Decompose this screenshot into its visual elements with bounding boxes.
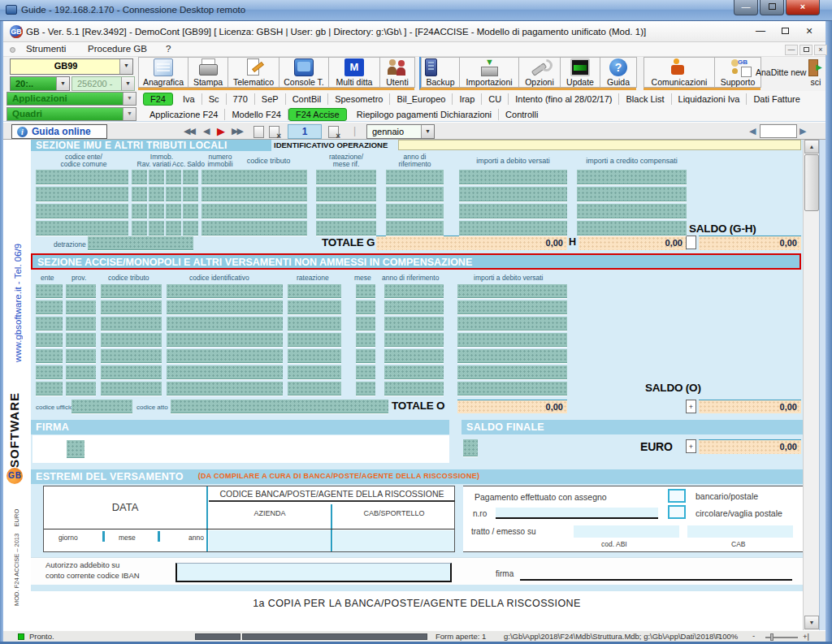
form-cell[interactable] — [230, 187, 307, 201]
app-close-button[interactable]: × — [800, 24, 818, 39]
form-cell[interactable] — [288, 333, 341, 347]
applicazioni-combo[interactable]: Applicazioni ▼ — [6, 92, 136, 106]
form-cell[interactable] — [132, 204, 147, 218]
bancario-checkbox[interactable] — [668, 489, 686, 503]
tab-iva[interactable]: Iva — [176, 93, 202, 105]
tab-riepilogo-pagamenti[interactable]: Riepilogo pagamenti Dichiarazioni — [350, 109, 499, 120]
page-delete-icon[interactable] — [269, 126, 280, 138]
form-cell[interactable] — [66, 300, 96, 314]
mdi-close-button[interactable]: × — [814, 45, 827, 55]
form-cell[interactable] — [316, 204, 376, 218]
form-cell[interactable] — [202, 187, 232, 201]
header-next-arrow[interactable]: ▶ — [800, 126, 806, 136]
tab-spesometro[interactable]: Spesometro — [328, 93, 390, 105]
form-cell[interactable] — [101, 382, 162, 395]
form-cell[interactable] — [36, 317, 63, 331]
esci-button[interactable]: sci — [803, 58, 829, 90]
form-cell[interactable] — [386, 187, 444, 201]
firma-cell[interactable] — [67, 440, 84, 458]
form-cell[interactable] — [384, 284, 444, 298]
form-cell[interactable] — [457, 284, 567, 298]
form-cell[interactable] — [459, 204, 567, 218]
form-cell[interactable] — [149, 187, 164, 201]
form-cell[interactable] — [459, 187, 567, 201]
zoom-slider-thumb[interactable] — [770, 633, 774, 641]
anagrafica-button[interactable]: Anagrafica — [138, 57, 188, 88]
header-input-box[interactable] — [760, 124, 797, 138]
zoom-out-button[interactable]: - — [752, 631, 755, 640]
mdi-restore-button[interactable] — [800, 45, 812, 55]
form-cell[interactable] — [36, 187, 128, 201]
remote-maximize-button[interactable] — [760, 0, 784, 15]
form-cell[interactable] — [356, 300, 375, 314]
page-new-icon[interactable] — [254, 126, 264, 138]
tab-intento[interactable]: Intento (fino al 28/02/17) — [509, 93, 619, 105]
header-prev-arrow[interactable]: ◀ — [749, 126, 756, 136]
tab-f24[interactable]: F24 — [143, 93, 173, 106]
utenti-button[interactable]: Utenti — [379, 57, 415, 88]
form-cell[interactable] — [288, 300, 341, 314]
scroll-down-button[interactable]: ▼ — [804, 616, 819, 629]
form-cell[interactable] — [36, 382, 63, 395]
form-cell[interactable] — [36, 204, 128, 218]
form-cell[interactable] — [316, 221, 376, 236]
form-cell[interactable] — [384, 365, 444, 379]
form-cell[interactable] — [36, 170, 128, 184]
tab-liquidazioni-iva[interactable]: Liquidazioni Iva — [672, 93, 748, 105]
form-cell[interactable] — [288, 284, 341, 298]
tab-black-list[interactable]: Black List — [619, 93, 671, 105]
form-cell[interactable] — [384, 300, 444, 314]
form-cell[interactable] — [183, 187, 198, 201]
page-number-box[interactable]: 1 — [288, 124, 322, 139]
form-cell[interactable] — [167, 382, 283, 395]
tab-bil-europeo[interactable]: Bil_Europeo — [390, 93, 453, 105]
console-button[interactable]: Console T. — [279, 57, 329, 88]
form-cell[interactable] — [36, 300, 63, 314]
anaditte-checkbox[interactable] — [741, 67, 752, 77]
scrollbar-thumb[interactable] — [804, 154, 819, 211]
remote-minimize-button[interactable]: — — [734, 0, 758, 15]
form-cell[interactable] — [577, 170, 687, 184]
form-cell[interactable] — [316, 187, 376, 201]
form-cell[interactable] — [132, 170, 147, 184]
app-minimize-button[interactable]: — — [752, 24, 769, 39]
form-cell[interactable] — [288, 349, 341, 363]
tab-controlli[interactable]: Controlli — [499, 109, 544, 120]
form-cell[interactable] — [101, 333, 162, 347]
page-remove-icon[interactable] — [328, 126, 339, 138]
saldo-finale-cell[interactable] — [463, 439, 478, 456]
form-cell[interactable] — [101, 365, 162, 379]
form-cell[interactable] — [167, 365, 283, 379]
comunicazioni-button[interactable]: Comunicazioni — [644, 57, 715, 88]
form-cell[interactable] — [101, 317, 162, 331]
form-cell[interactable] — [167, 317, 283, 331]
form-cell[interactable] — [66, 317, 96, 331]
form-cell[interactable] — [101, 300, 162, 314]
nav-prev-button[interactable]: ◀ — [203, 126, 210, 136]
form-cell[interactable] — [202, 170, 232, 184]
tab-sep[interactable]: SeP — [255, 93, 286, 105]
menu-item-procedure-gb[interactable]: Procedure GB — [88, 44, 147, 54]
app-restore-button[interactable] — [776, 24, 794, 39]
form-cell[interactable] — [132, 187, 147, 201]
form-cell[interactable] — [457, 300, 567, 314]
form-cell[interactable] — [36, 365, 63, 379]
form-cell[interactable] — [577, 204, 687, 218]
menu-item-strumenti[interactable]: Strumenti — [26, 44, 66, 54]
nav-first-button[interactable]: ◀◀ — [184, 126, 194, 136]
form-cell[interactable] — [66, 349, 96, 363]
form-cell[interactable] — [230, 204, 307, 218]
form-cell[interactable] — [132, 221, 147, 236]
form-cell[interactable] — [202, 204, 232, 218]
month-combo[interactable]: gennaio ▼ — [366, 124, 435, 139]
nav-play-button[interactable]: ▶ — [217, 125, 225, 137]
stampa-button[interactable]: Stampa — [188, 57, 228, 88]
form-cell[interactable] — [149, 221, 164, 236]
form-cell[interactable] — [149, 170, 164, 184]
iban-field[interactable] — [176, 563, 452, 582]
form-cell[interactable] — [36, 349, 63, 363]
tab-modello-f24[interactable]: Modello F24 — [225, 109, 288, 120]
zoom-in-button[interactable]: +| — [803, 632, 809, 641]
form-cell[interactable] — [36, 284, 63, 298]
vertical-scrollbar[interactable]: ▲ ▼ — [803, 140, 819, 630]
